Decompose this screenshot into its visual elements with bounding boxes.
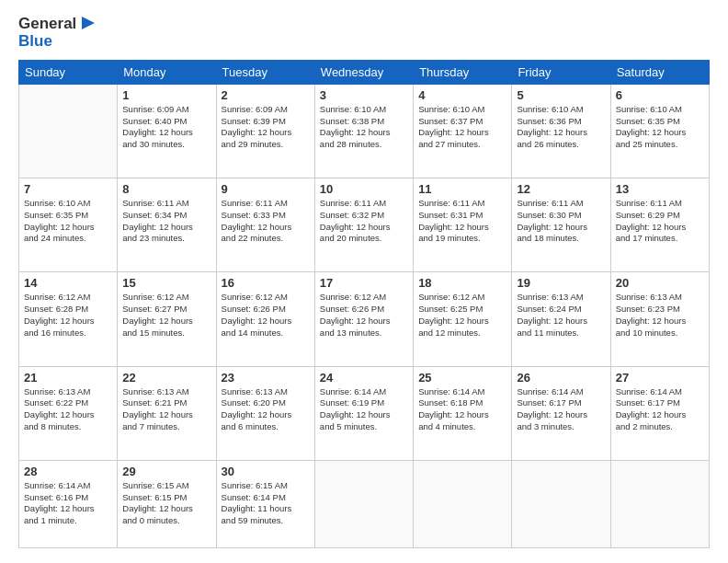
day-info: Sunrise: 6:12 AM Sunset: 6:28 PM Dayligh…: [24, 292, 112, 339]
day-number: 24: [320, 371, 408, 385]
day-number: 5: [517, 88, 605, 102]
logo: General Blue: [18, 15, 98, 51]
day-info: Sunrise: 6:11 AM Sunset: 6:33 PM Dayligh…: [222, 198, 310, 245]
day-info: Sunrise: 6:14 AM Sunset: 6:16 PM Dayligh…: [24, 480, 112, 527]
col-header-thursday: Thursday: [414, 60, 512, 84]
calendar-header-row: SundayMondayTuesdayWednesdayThursdayFrid…: [19, 60, 710, 84]
col-header-tuesday: Tuesday: [216, 60, 314, 84]
day-info: Sunrise: 6:13 AM Sunset: 6:22 PM Dayligh…: [24, 386, 112, 433]
col-header-saturday: Saturday: [610, 60, 709, 84]
col-header-monday: Monday: [118, 60, 216, 84]
day-info: Sunrise: 6:11 AM Sunset: 6:29 PM Dayligh…: [616, 198, 704, 245]
day-info: Sunrise: 6:12 AM Sunset: 6:25 PM Dayligh…: [418, 292, 506, 339]
day-number: 16: [222, 276, 310, 290]
day-number: 4: [418, 88, 506, 102]
calendar-cell: 14Sunrise: 6:12 AM Sunset: 6:28 PM Dayli…: [19, 272, 118, 366]
calendar-cell: 29Sunrise: 6:15 AM Sunset: 6:15 PM Dayli…: [118, 460, 216, 547]
day-number: 14: [24, 276, 112, 290]
calendar-cell: 3Sunrise: 6:10 AM Sunset: 6:38 PM Daylig…: [314, 84, 413, 178]
day-info: Sunrise: 6:10 AM Sunset: 6:38 PM Dayligh…: [320, 104, 408, 151]
calendar-cell: 28Sunrise: 6:14 AM Sunset: 6:16 PM Dayli…: [19, 460, 118, 547]
day-number: 11: [418, 182, 506, 196]
calendar-cell: 15Sunrise: 6:12 AM Sunset: 6:27 PM Dayli…: [118, 272, 216, 366]
logo-arrow-icon: [78, 13, 98, 33]
day-info: Sunrise: 6:15 AM Sunset: 6:15 PM Dayligh…: [122, 480, 210, 527]
calendar-week-row: 21Sunrise: 6:13 AM Sunset: 6:22 PM Dayli…: [19, 366, 710, 460]
day-info: Sunrise: 6:10 AM Sunset: 6:36 PM Dayligh…: [517, 104, 605, 151]
calendar-cell: 20Sunrise: 6:13 AM Sunset: 6:23 PM Dayli…: [610, 272, 709, 366]
day-number: 10: [320, 182, 408, 196]
day-number: 21: [24, 371, 112, 385]
logo-general: General: [18, 16, 76, 33]
day-number: 12: [517, 182, 605, 196]
day-info: Sunrise: 6:14 AM Sunset: 6:17 PM Dayligh…: [517, 386, 605, 433]
day-number: 13: [616, 182, 704, 196]
day-info: Sunrise: 6:15 AM Sunset: 6:14 PM Dayligh…: [222, 480, 310, 527]
day-info: Sunrise: 6:13 AM Sunset: 6:20 PM Dayligh…: [222, 386, 310, 433]
day-number: 17: [320, 276, 408, 290]
day-number: 25: [418, 371, 506, 385]
header: General Blue: [18, 15, 710, 51]
calendar-cell: 16Sunrise: 6:12 AM Sunset: 6:26 PM Dayli…: [216, 272, 314, 366]
day-number: 26: [517, 371, 605, 385]
day-number: 27: [616, 371, 704, 385]
col-header-friday: Friday: [512, 60, 610, 84]
day-number: 1: [122, 88, 210, 102]
day-info: Sunrise: 6:14 AM Sunset: 6:19 PM Dayligh…: [320, 386, 408, 433]
day-info: Sunrise: 6:14 AM Sunset: 6:17 PM Dayligh…: [616, 386, 704, 433]
calendar-cell: 7Sunrise: 6:10 AM Sunset: 6:35 PM Daylig…: [19, 178, 118, 271]
day-number: 6: [616, 88, 704, 102]
calendar-cell: 23Sunrise: 6:13 AM Sunset: 6:20 PM Dayli…: [216, 366, 314, 460]
calendar-table: SundayMondayTuesdayWednesdayThursdayFrid…: [18, 60, 710, 548]
calendar-cell: 19Sunrise: 6:13 AM Sunset: 6:24 PM Dayli…: [512, 272, 610, 366]
calendar-cell: [610, 460, 709, 547]
calendar-cell: 10Sunrise: 6:11 AM Sunset: 6:32 PM Dayli…: [314, 178, 413, 271]
calendar-cell: 8Sunrise: 6:11 AM Sunset: 6:34 PM Daylig…: [118, 178, 216, 271]
calendar-cell: 12Sunrise: 6:11 AM Sunset: 6:30 PM Dayli…: [512, 178, 610, 271]
calendar-cell: 5Sunrise: 6:10 AM Sunset: 6:36 PM Daylig…: [512, 84, 610, 178]
calendar-cell: 1Sunrise: 6:09 AM Sunset: 6:40 PM Daylig…: [118, 84, 216, 178]
calendar-cell: 25Sunrise: 6:14 AM Sunset: 6:18 PM Dayli…: [414, 366, 512, 460]
day-info: Sunrise: 6:11 AM Sunset: 6:30 PM Dayligh…: [517, 198, 605, 245]
day-number: 23: [222, 371, 310, 385]
day-number: 15: [122, 276, 210, 290]
day-info: Sunrise: 6:13 AM Sunset: 6:21 PM Dayligh…: [122, 386, 210, 433]
day-number: 19: [517, 276, 605, 290]
day-number: 7: [24, 182, 112, 196]
col-header-sunday: Sunday: [19, 60, 118, 84]
calendar-cell: 4Sunrise: 6:10 AM Sunset: 6:37 PM Daylig…: [414, 84, 512, 178]
col-header-wednesday: Wednesday: [314, 60, 413, 84]
calendar-cell: [19, 84, 118, 178]
day-number: 28: [24, 465, 112, 478]
page: General Blue SundayMondayTuesdayWednesda…: [0, 0, 728, 563]
svg-marker-0: [82, 17, 95, 29]
calendar-cell: 11Sunrise: 6:11 AM Sunset: 6:31 PM Dayli…: [414, 178, 512, 271]
day-number: 22: [122, 371, 210, 385]
day-info: Sunrise: 6:14 AM Sunset: 6:18 PM Dayligh…: [418, 386, 506, 433]
day-number: 8: [122, 182, 210, 196]
day-info: Sunrise: 6:11 AM Sunset: 6:32 PM Dayligh…: [320, 198, 408, 245]
day-number: 2: [222, 88, 310, 102]
day-info: Sunrise: 6:09 AM Sunset: 6:40 PM Dayligh…: [122, 104, 210, 151]
day-info: Sunrise: 6:11 AM Sunset: 6:34 PM Dayligh…: [122, 198, 210, 245]
day-info: Sunrise: 6:09 AM Sunset: 6:39 PM Dayligh…: [222, 104, 310, 151]
calendar-cell: 21Sunrise: 6:13 AM Sunset: 6:22 PM Dayli…: [19, 366, 118, 460]
day-number: 29: [122, 465, 210, 478]
calendar-cell: [314, 460, 413, 547]
day-number: 20: [616, 276, 704, 290]
day-info: Sunrise: 6:10 AM Sunset: 6:37 PM Dayligh…: [418, 104, 506, 151]
calendar-week-row: 7Sunrise: 6:10 AM Sunset: 6:35 PM Daylig…: [19, 178, 710, 271]
calendar-week-row: 1Sunrise: 6:09 AM Sunset: 6:40 PM Daylig…: [19, 84, 710, 178]
calendar-cell: 24Sunrise: 6:14 AM Sunset: 6:19 PM Dayli…: [314, 366, 413, 460]
day-number: 18: [418, 276, 506, 290]
day-info: Sunrise: 6:10 AM Sunset: 6:35 PM Dayligh…: [616, 104, 704, 151]
calendar-cell: [414, 460, 512, 547]
day-info: Sunrise: 6:12 AM Sunset: 6:27 PM Dayligh…: [122, 292, 210, 339]
day-info: Sunrise: 6:13 AM Sunset: 6:23 PM Dayligh…: [616, 292, 704, 339]
logo-blue: Blue: [18, 33, 52, 51]
day-info: Sunrise: 6:10 AM Sunset: 6:35 PM Dayligh…: [24, 198, 112, 245]
calendar-cell: 17Sunrise: 6:12 AM Sunset: 6:26 PM Dayli…: [314, 272, 413, 366]
day-number: 9: [222, 182, 310, 196]
calendar-cell: 26Sunrise: 6:14 AM Sunset: 6:17 PM Dayli…: [512, 366, 610, 460]
day-info: Sunrise: 6:12 AM Sunset: 6:26 PM Dayligh…: [222, 292, 310, 339]
